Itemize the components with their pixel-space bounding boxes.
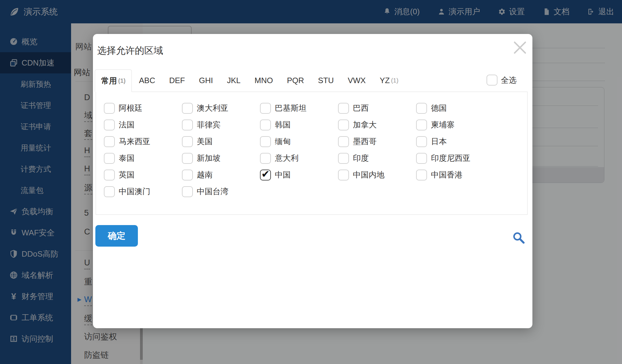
close-icon[interactable] (512, 39, 528, 56)
region-label: 巴基斯坦 (275, 103, 306, 113)
checkbox-unchecked[interactable] (260, 153, 271, 164)
region-checkbox-25[interactable]: 中国澳门 (104, 183, 182, 200)
tab-jkl[interactable]: JKL (220, 69, 248, 92)
region-checkbox-10[interactable]: 马来西亚 (104, 133, 182, 150)
checkbox-unchecked[interactable] (260, 120, 271, 130)
tab-ghi[interactable]: GHI (192, 69, 220, 92)
region-label: 澳大利亚 (197, 103, 228, 113)
tab-vwx[interactable]: VWX (341, 69, 373, 92)
checkbox-checked[interactable] (260, 170, 271, 180)
checkbox-unchecked[interactable] (104, 153, 115, 164)
tab-abc[interactable]: ABC (132, 69, 162, 92)
region-checkbox-14[interactable]: 日本 (416, 133, 494, 150)
region-checkbox-22[interactable]: 中国 (260, 167, 338, 183)
checkbox-unchecked[interactable] (104, 136, 115, 147)
region-checkbox-13[interactable]: 墨西哥 (338, 133, 416, 150)
region-checkbox-26[interactable]: 中国台湾 (182, 183, 260, 200)
region-checkbox-19[interactable]: 印度尼西亚 (416, 150, 494, 167)
checkbox-unchecked[interactable] (338, 170, 349, 180)
tab-label: 常用 (101, 76, 117, 86)
checkbox-unchecked[interactable] (260, 103, 271, 114)
tab-label: PQR (287, 76, 304, 85)
select-all-checkbox[interactable]: 全选 (487, 75, 517, 86)
tab-pqr[interactable]: PQR (280, 69, 311, 92)
checkbox-unchecked[interactable] (182, 170, 193, 180)
region-label: 英国 (119, 170, 135, 180)
tab-yz[interactable]: YZ(1) (373, 69, 405, 92)
region-label: 菲律宾 (197, 120, 220, 130)
region-checkbox-0[interactable]: 阿根廷 (104, 100, 182, 116)
checkbox-unchecked[interactable] (104, 120, 115, 130)
region-label: 中国澳门 (119, 186, 150, 197)
checkbox-unchecked[interactable] (416, 170, 427, 180)
region-checkbox-6[interactable]: 菲律宾 (182, 116, 260, 133)
dialog-title: 选择允许的区域 (97, 44, 163, 57)
tab-label: ABC (139, 76, 155, 85)
region-label: 马来西亚 (119, 136, 150, 147)
tab-count: (1) (391, 77, 398, 84)
checkbox-unchecked[interactable] (104, 186, 115, 197)
region-label: 意大利 (275, 153, 299, 163)
region-label: 德国 (431, 103, 447, 113)
region-label: 中国内地 (353, 170, 384, 180)
region-label: 印度尼西亚 (431, 153, 470, 163)
region-label: 巴西 (353, 103, 369, 113)
checkbox-unchecked[interactable] (182, 120, 193, 130)
tab-label: JKL (227, 76, 241, 85)
tab-label: YZ (380, 76, 390, 85)
search-icon[interactable] (512, 231, 526, 245)
select-all-box[interactable] (487, 75, 497, 86)
region-checkbox-7[interactable]: 韩国 (260, 116, 338, 133)
checkbox-unchecked[interactable] (338, 103, 349, 114)
region-checkbox-23[interactable]: 中国内地 (338, 167, 416, 183)
region-checkbox-15[interactable]: 泰国 (104, 150, 182, 167)
checkbox-unchecked[interactable] (104, 170, 115, 180)
checkbox-unchecked[interactable] (260, 136, 271, 147)
region-label: 缅甸 (275, 136, 291, 147)
checkbox-unchecked[interactable] (338, 153, 349, 164)
region-checkbox-9[interactable]: 柬埔寨 (416, 116, 494, 133)
region-label: 法国 (119, 120, 135, 130)
tab-mno[interactable]: MNO (248, 69, 280, 92)
region-checkbox-2[interactable]: 巴基斯坦 (260, 100, 338, 116)
region-checkbox-20[interactable]: 英国 (104, 167, 182, 183)
region-label: 阿根廷 (119, 103, 142, 113)
checkbox-unchecked[interactable] (182, 103, 193, 114)
region-checkbox-4[interactable]: 德国 (416, 100, 494, 116)
region-checkbox-8[interactable]: 加拿大 (338, 116, 416, 133)
tab-stu[interactable]: STU (311, 69, 341, 92)
region-checkbox-5[interactable]: 法国 (104, 116, 182, 133)
region-checkbox-16[interactable]: 新加坡 (182, 150, 260, 167)
region-checkbox-21[interactable]: 越南 (182, 167, 260, 183)
checkbox-unchecked[interactable] (416, 136, 427, 147)
region-label: 中国台湾 (197, 186, 228, 197)
checkbox-unchecked[interactable] (182, 186, 193, 197)
region-checkbox-18[interactable]: 印度 (338, 150, 416, 167)
tab-常用[interactable]: 常用(1) (95, 69, 132, 92)
region-label: 印度 (353, 153, 369, 163)
tab-label: GHI (199, 76, 213, 85)
select-all-label: 全选 (501, 75, 517, 86)
tab-def[interactable]: DEF (162, 69, 192, 92)
checkbox-unchecked[interactable] (182, 153, 193, 164)
checkbox-unchecked[interactable] (104, 103, 115, 114)
region-checkbox-12[interactable]: 缅甸 (260, 133, 338, 150)
region-label: 中国香港 (431, 170, 463, 180)
checkbox-unchecked[interactable] (416, 103, 427, 114)
checkbox-unchecked[interactable] (416, 153, 427, 164)
tab-label: VWX (348, 76, 366, 85)
region-checkbox-3[interactable]: 巴西 (338, 100, 416, 116)
checkbox-unchecked[interactable] (338, 136, 349, 147)
region-checkbox-24[interactable]: 中国香港 (416, 167, 494, 183)
checkbox-unchecked[interactable] (182, 136, 193, 147)
region-checkbox-17[interactable]: 意大利 (260, 150, 338, 167)
tab-label: DEF (169, 76, 185, 85)
checkbox-unchecked[interactable] (416, 120, 427, 130)
checkbox-unchecked[interactable] (338, 120, 349, 130)
region-label: 墨西哥 (353, 136, 377, 147)
region-checkbox-11[interactable]: 美国 (182, 133, 260, 150)
tab-bar: 常用(1)ABCDEFGHIJKLMNOPQRSTUVWXYZ(1) (95, 69, 405, 92)
region-label: 美国 (197, 136, 213, 147)
confirm-button[interactable]: 确定 (95, 225, 138, 247)
region-checkbox-1[interactable]: 澳大利亚 (182, 100, 260, 116)
